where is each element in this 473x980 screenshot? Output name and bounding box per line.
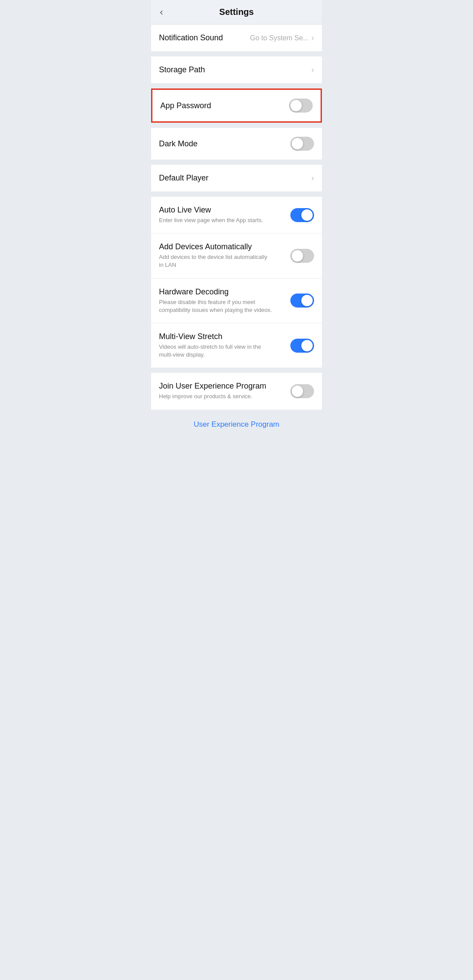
hardware-decoding-row[interactable]: Hardware Decoding Please disable this fe… [151, 279, 322, 323]
multi-view-stretch-toggle[interactable] [290, 339, 314, 353]
add-devices-toggle[interactable] [290, 249, 314, 263]
toggle-knob [301, 340, 313, 351]
dark-mode-group: Dark Mode [151, 128, 322, 159]
storage-path-label: Storage Path [159, 65, 311, 74]
back-button[interactable]: ‹ [160, 7, 163, 18]
app-password-label: App Password [160, 101, 289, 110]
hardware-decoding-label: Hardware Decoding [159, 287, 290, 297]
auto-live-view-label: Auto Live View [159, 205, 290, 215]
join-ux-program-subtitle: Help improve our products & service. [159, 393, 273, 400]
toggle-knob [292, 250, 303, 262]
hardware-decoding-subtitle: Please disable this feature if you meet … [159, 298, 273, 314]
default-player-group: Default Player › [151, 165, 322, 191]
toggle-knob [292, 386, 303, 397]
multi-view-stretch-row[interactable]: Multi-View Stretch Videos will auto-stre… [151, 323, 322, 368]
dark-mode-label: Dark Mode [159, 139, 290, 149]
hardware-decoding-toggle[interactable] [290, 294, 314, 308]
toggle-knob [290, 100, 302, 111]
features-group: Auto Live View Enter live view page when… [151, 197, 322, 368]
toggle-knob [301, 295, 313, 306]
section-gap-1 [151, 51, 322, 57]
add-devices-label: Add Devices Automatically [159, 242, 290, 251]
chevron-right-icon: › [311, 65, 314, 74]
footer-section: User Experience Program [151, 410, 322, 439]
multi-view-stretch-label: Multi-View Stretch [159, 332, 290, 341]
auto-live-view-toggle[interactable] [290, 208, 314, 222]
chevron-right-icon: › [311, 173, 314, 183]
notification-sound-value: Go to System Se... [250, 34, 309, 42]
join-ux-program-label: Join User Experience Program [159, 382, 290, 391]
storage-path-row[interactable]: Storage Path › [151, 57, 322, 83]
section-gap-5 [151, 191, 322, 197]
multi-view-stretch-subtitle: Videos will auto-stretch to full view in… [159, 343, 273, 359]
ux-program-group: Join User Experience Program Help improv… [151, 373, 322, 409]
add-devices-row[interactable]: Add Devices Automatically Add devices to… [151, 234, 322, 278]
dark-mode-toggle[interactable] [290, 137, 314, 151]
notification-sound-row[interactable]: Notification Sound Go to System Se... › [151, 25, 322, 51]
section-gap-2 [151, 83, 322, 88]
join-ux-program-row[interactable]: Join User Experience Program Help improv… [151, 373, 322, 409]
add-devices-subtitle: Add devices to the device list automatic… [159, 253, 273, 269]
auto-live-view-row[interactable]: Auto Live View Enter live view page when… [151, 197, 322, 234]
ux-program-link[interactable]: User Experience Program [194, 420, 279, 428]
notification-sound-group: Notification Sound Go to System Se... › [151, 25, 322, 51]
default-player-row[interactable]: Default Player › [151, 165, 322, 191]
toggle-knob [301, 209, 313, 221]
page-title: Settings [219, 7, 254, 17]
section-gap-3 [151, 123, 322, 128]
settings-header: ‹ Settings [151, 0, 322, 25]
chevron-right-icon: › [311, 33, 314, 42]
section-gap-4 [151, 159, 322, 165]
app-password-toggle[interactable] [289, 99, 313, 113]
notification-sound-label: Notification Sound [159, 33, 250, 42]
app-password-row[interactable]: App Password [151, 88, 322, 123]
join-ux-program-toggle[interactable] [290, 384, 314, 398]
toggle-knob [292, 138, 303, 149]
default-player-label: Default Player [159, 173, 311, 183]
dark-mode-row[interactable]: Dark Mode [151, 128, 322, 159]
section-gap-6 [151, 368, 322, 373]
storage-path-group: Storage Path › [151, 57, 322, 83]
auto-live-view-subtitle: Enter live view page when the App starts… [159, 216, 273, 224]
